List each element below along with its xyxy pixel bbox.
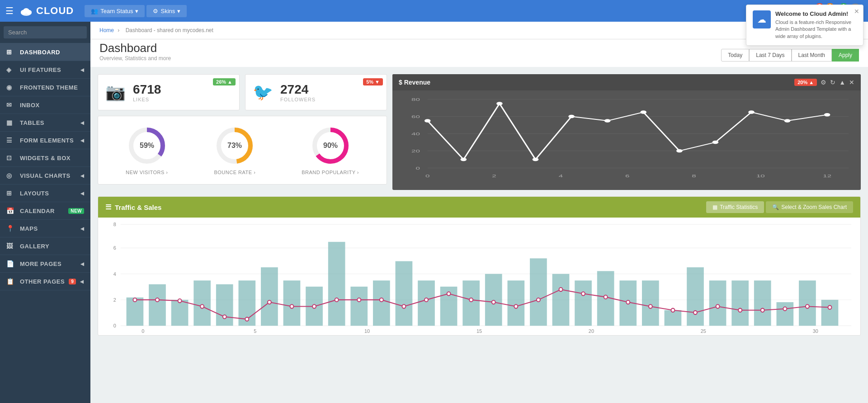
svg-rect-87 [709,280,726,326]
svg-rect-88 [731,280,749,326]
hamburger-menu[interactable]: ☰ [5,5,14,16]
welcome-text: Welcome to Cloud Admin! Cloud is a featu… [775,10,857,40]
svg-point-93 [133,298,137,302]
svg-rect-65 [216,284,233,326]
today-button[interactable]: Today [721,49,749,62]
brand-popularity-donut: 90% [310,125,351,166]
svg-point-38 [640,110,646,114]
svg-rect-62 [149,284,166,326]
close-icon[interactable]: ✕ [854,8,859,15]
cloud-logo-icon [19,4,33,18]
instagram-label: LIKES [133,97,161,102]
traffic-statistics-tab[interactable]: ▦ Traffic Statistics [706,201,764,213]
last-month-button[interactable]: Last Month [792,49,832,62]
sidebar-item-tables[interactable]: ▦ TABLES ◀ [0,114,90,132]
close-icon[interactable]: ✕ [849,79,854,86]
svg-point-36 [568,115,575,119]
svg-text:60: 60 [411,114,420,119]
search-input[interactable] [4,26,87,38]
svg-point-37 [604,119,611,123]
svg-point-102 [335,298,339,302]
widgets-row: 📷 6718 LIKES 26% ▲ 🐦 2724 [98,74,861,190]
welcome-icon: ☁ [753,10,771,28]
donut-card: 59% NEW VISITORS › 73% BOUNCE RATE › [98,116,387,185]
collapse-icon[interactable]: ▲ [839,79,845,86]
svg-point-115 [626,300,630,304]
chevron-right-icon: ◀ [80,67,85,72]
svg-rect-71 [350,287,368,326]
breadcrumb-current: Dashboard - shared on mycodes.net [126,27,213,33]
layouts-icon: ⊞ [6,190,15,197]
sidebar-item-layouts[interactable]: ⊞ LAYOUTS ◀ [0,185,90,202]
svg-point-118 [693,311,697,314]
svg-rect-72 [373,280,390,326]
chart-icon: ▦ [712,204,717,210]
sidebar-item-inbox[interactable]: ✉ INBOX [0,96,90,114]
welcome-tooltip: ☁ Welcome to Cloud Admin! Cloud is a fea… [746,5,863,46]
team-status-button[interactable]: 👥 Team Status ▾ [85,5,145,17]
breadcrumb-home[interactable]: Home [99,27,114,33]
skins-icon: ⚙ [153,8,158,14]
bounce-rate-label: BOUNCE RATE › [214,170,255,175]
svg-point-107 [447,292,451,295]
last7-button[interactable]: Last 7 Days [749,49,791,62]
svg-rect-70 [328,242,345,326]
sidebar-item-label: VISUAL CHARTS [20,172,71,179]
sidebar-search-container [0,22,90,43]
sidebar-item-dashboard[interactable]: ⊞ DASHBOARD [0,43,90,61]
svg-rect-84 [642,280,659,326]
svg-point-32 [425,119,431,123]
chevron-down-icon: ▾ [177,8,180,14]
zoom-sales-tab[interactable]: 🔍 Select & Zoom Sales Chart [766,201,853,213]
sidebar-item-frontend-theme[interactable]: ◉ FRONTEND THEME [0,79,90,96]
svg-text:40: 40 [411,132,420,136]
svg-text:25: 25 [701,328,706,334]
svg-text:4: 4 [113,271,116,277]
svg-text:10: 10 [756,174,765,178]
svg-point-34 [496,102,503,105]
sidebar-item-calendar[interactable]: 📅 CALENDAR NEW [0,202,90,220]
sidebar-item-other-pages[interactable]: 📋 OTHER PAGES 9 ◀ [0,273,90,290]
svg-point-120 [738,308,742,312]
svg-rect-64 [193,280,211,326]
svg-text:20: 20 [589,328,594,334]
refresh-icon[interactable]: ↻ [830,79,835,86]
svg-point-117 [671,308,675,312]
sidebar-item-maps[interactable]: 📍 MAPS ◀ [0,220,90,237]
sidebar: ⊞ DASHBOARD ◈ UI FEATURES ◀ ◉ FRONTEND T… [0,22,90,343]
traffic-chart-area: 8 6 4 2 0 0 5 10 15 20 25 30 [98,218,860,335]
menu-icon: ☰ [105,203,111,211]
svg-text:12: 12 [823,174,831,178]
svg-text:0: 0 [113,323,116,328]
instagram-value: 6718 [133,82,161,97]
skins-button[interactable]: ⚙ Skins ▾ [146,5,187,17]
sidebar-item-form-elements[interactable]: ☰ FORM ELEMENTS ◀ [0,132,90,149]
sidebar-item-widgets[interactable]: ⊡ WIDGETS & BOX [0,149,90,167]
svg-text:20: 20 [411,149,420,153]
sidebar-item-label: TABLES [20,119,44,126]
traffic-section: ☰ Traffic & Sales ▦ Traffic Statistics 🔍… [98,196,861,336]
svg-point-33 [461,158,467,161]
chevron-right-icon: ◀ [80,279,84,284]
svg-rect-86 [687,267,704,326]
svg-text:10: 10 [364,328,370,334]
gallery-icon: 🖼 [6,242,15,250]
sidebar-item-gallery[interactable]: 🖼 GALLERY [0,237,90,255]
chevron-down-icon: ▾ [135,8,138,14]
widgets-icon: ⊡ [6,154,15,161]
svg-text:59%: 59% [140,142,154,149]
sidebar-item-label: FRONTEND THEME [20,84,78,91]
svg-point-40 [712,141,719,144]
svg-text:30: 30 [813,328,818,334]
chevron-right-icon: ◀ [80,191,85,196]
sidebar-item-ui-features[interactable]: ◈ UI FEATURES ◀ [0,61,90,79]
sidebar-item-more-pages[interactable]: 📄 MORE PAGES ◀ [0,255,90,273]
chevron-right-icon: ◀ [80,120,85,125]
apply-button[interactable]: Apply [832,49,859,62]
sidebar-item-visual-charts[interactable]: ◎ VISUAL CHARTS ◀ [0,167,90,185]
svg-point-124 [828,305,832,309]
gear-icon[interactable]: ⚙ [821,79,826,86]
svg-point-105 [402,304,406,308]
chevron-right-icon: ◀ [80,138,85,143]
ui-features-icon: ◈ [6,66,15,73]
